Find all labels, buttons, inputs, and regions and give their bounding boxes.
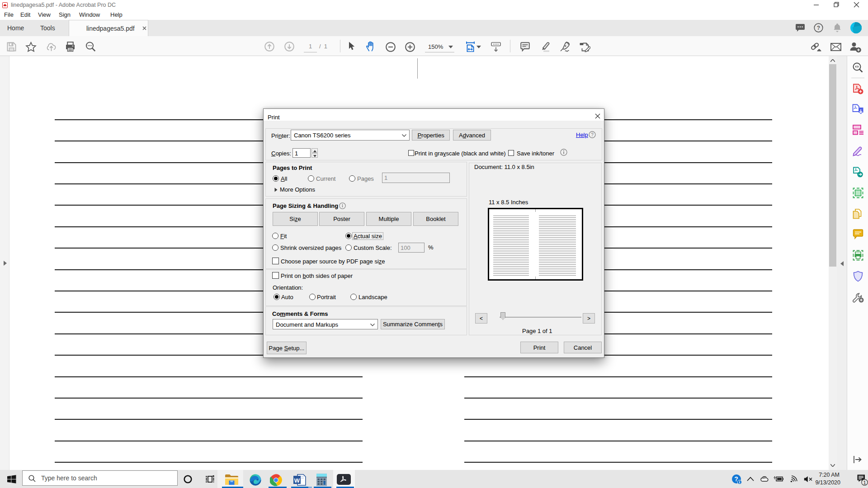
svg-text:?: ? <box>591 132 594 137</box>
svg-text:W: W <box>294 477 300 484</box>
svg-text:?: ? <box>817 25 820 31</box>
svg-text:1: 1 <box>863 480 866 485</box>
